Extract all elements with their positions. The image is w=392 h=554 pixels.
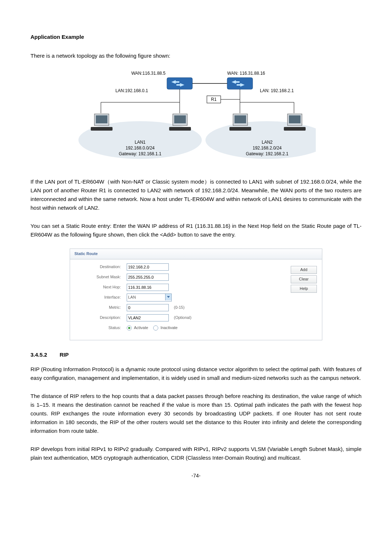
pc-icon <box>169 114 191 131</box>
lan2-net: 192.168.2.0/24 <box>253 145 282 151</box>
intro-text: There is a network topology as the follo… <box>30 52 362 60</box>
router-right-icon <box>227 78 253 89</box>
svg-rect-25 <box>229 127 251 131</box>
svg-rect-24 <box>234 115 246 123</box>
wan-left-label: WAN:116.31.88.5 <box>131 71 166 76</box>
lan2-gw: Gateway: 192.168.2.1 <box>246 151 289 156</box>
router-left-icon <box>167 78 192 89</box>
svg-rect-1 <box>227 78 253 89</box>
clear-button[interactable]: Clear <box>291 275 317 283</box>
lan1-net: 192.168.0.0/24 <box>126 145 155 151</box>
lan1-gw: Gateway: 192.168.1.1 <box>119 151 162 156</box>
svg-rect-28 <box>284 127 306 131</box>
status-inactivate-radio[interactable]: Inactivate <box>153 325 177 331</box>
subnet-input[interactable] <box>127 274 169 281</box>
paragraph-2: You can set a Static Route entry: Enter … <box>30 222 362 239</box>
section-number: 3.4.5.2 <box>30 350 58 359</box>
metric-hint: (0-15) <box>174 304 184 311</box>
destination-label: Destination: <box>85 264 127 270</box>
add-button[interactable]: Add <box>291 266 317 274</box>
svg-rect-22 <box>169 127 191 131</box>
nexthop-input[interactable] <box>127 284 169 291</box>
svg-rect-19 <box>91 127 113 131</box>
rip-paragraph-1: RIP (Routing Information Protocol) is a … <box>30 365 362 382</box>
metric-input[interactable] <box>127 304 169 311</box>
lan-right-label: LAN: 192.168.2.1 <box>260 88 294 93</box>
svg-rect-18 <box>96 115 107 123</box>
rip-paragraph-2: The distance of RIP refers to the hop co… <box>30 392 362 435</box>
interface-select[interactable]: LAN <box>127 294 172 301</box>
panel-title: Static Route <box>70 249 322 259</box>
help-button[interactable]: Help <box>291 285 317 293</box>
rip-paragraph-3: RIP develops from initial RIPv1 to RIPv2… <box>30 445 362 462</box>
status-activate-radio[interactable]: Activate <box>127 325 148 331</box>
static-route-panel: Static Route Destination: Subnet Mask: N… <box>70 249 322 340</box>
lan2-name: LAN2 <box>262 140 273 145</box>
description-hint: (Optional) <box>174 315 191 321</box>
interface-label: Interface: <box>85 294 127 301</box>
inactivate-radio-label: Inactivate <box>160 325 177 331</box>
interface-select-value: LAN <box>128 294 136 301</box>
application-example-heading: Application Example <box>30 33 362 41</box>
lan-left-label: LAN:192.168.0.1 <box>115 88 148 93</box>
svg-rect-21 <box>174 115 186 123</box>
chevron-down-icon <box>165 294 171 300</box>
status-label: Status: <box>85 325 127 331</box>
subnet-label: Subnet Mask: <box>85 274 127 280</box>
lan1-name: LAN1 <box>135 140 146 145</box>
svg-rect-27 <box>289 115 301 123</box>
paragraph-1: If the LAN port of TL-ER604W（with Non-NA… <box>30 177 362 212</box>
metric-label: Metric: <box>85 304 127 311</box>
wan-right-label: WAN: 116.31.88.16 <box>227 71 265 76</box>
nexthop-label: Next Hop: <box>85 284 127 291</box>
svg-rect-0 <box>167 78 192 89</box>
activate-radio-label: Activate <box>134 325 148 331</box>
section-heading: 3.4.5.2 RIP <box>30 350 362 359</box>
destination-input[interactable] <box>127 263 169 271</box>
pc-icon <box>91 114 113 131</box>
network-topology-diagram: WAN:116.31.88.5 WAN: 116.31.88.16 LAN:19… <box>76 70 316 167</box>
description-label: Description: <box>85 315 127 321</box>
page-number: -74- <box>30 472 362 480</box>
section-title: RIP <box>60 352 69 358</box>
description-input[interactable] <box>127 314 169 321</box>
r1-label: R1 <box>211 97 217 102</box>
